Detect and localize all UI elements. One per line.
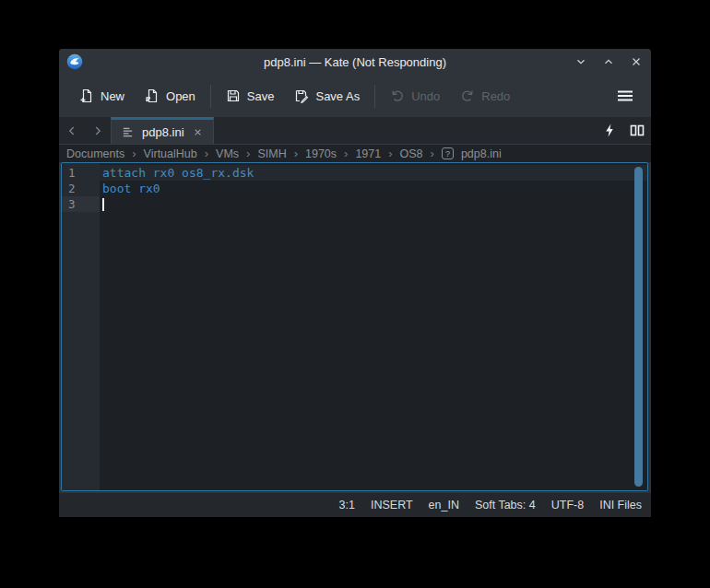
document-lines-icon	[121, 125, 135, 139]
line-number-current: 3	[62, 196, 100, 212]
breadcrumb-item-1971[interactable]: 1971	[355, 147, 381, 160]
breadcrumb-item-vms[interactable]: VMs	[216, 147, 239, 160]
minimize-icon[interactable]	[574, 54, 588, 69]
main-toolbar: New Open	[59, 75, 651, 117]
code-line-3[interactable]	[100, 196, 647, 212]
save-button-label: Save	[247, 89, 275, 103]
quick-actions-lightning-icon[interactable]	[596, 117, 623, 144]
breadcrumb-separator: ›	[246, 147, 250, 160]
status-highlight-mode[interactable]: INI Files	[599, 499, 642, 512]
tab-close-icon[interactable]	[192, 126, 204, 138]
status-tab-settings[interactable]: Soft Tabs: 4	[475, 499, 536, 512]
breadcrumb-item-file[interactable]: pdp8.ini	[461, 147, 502, 160]
tab-label: pdp8.ini	[142, 125, 184, 139]
line-number-gutter[interactable]: 1 2 3	[62, 163, 100, 490]
status-bar: 3:1 INSERT en_IN Soft Tabs: 4 UTF-8 INI …	[59, 493, 651, 517]
breadcrumb-separator: ›	[205, 147, 208, 160]
breadcrumb-separator: ›	[294, 147, 298, 160]
breadcrumb-item-documents[interactable]: Documents	[66, 147, 124, 160]
titlebar[interactable]: pdp8.ini — Kate (Not Responding)	[59, 49, 651, 75]
toolbar-separator	[374, 85, 375, 108]
save-button[interactable]: Save	[219, 83, 282, 109]
open-button-label: Open	[166, 89, 195, 103]
status-dictionary[interactable]: en_IN	[429, 499, 459, 512]
new-button[interactable]: New	[72, 83, 132, 109]
open-button[interactable]: Open	[137, 83, 203, 109]
breadcrumb-separator: ›	[344, 147, 348, 160]
breadcrumb-item-simh[interactable]: SIMH	[257, 147, 286, 160]
open-document-icon	[145, 88, 160, 103]
vertical-scrollbar[interactable]	[634, 167, 643, 487]
toolbar-separator	[210, 85, 211, 108]
breadcrumb-separator: ›	[132, 147, 136, 160]
status-encoding[interactable]: UTF-8	[551, 499, 584, 512]
status-cursor-position[interactable]: 3:1	[339, 499, 355, 512]
undo-icon	[390, 88, 405, 103]
redo-button[interactable]: Redo	[453, 83, 517, 109]
text-cursor	[102, 198, 104, 211]
close-icon[interactable]	[629, 54, 644, 69]
redo-icon	[460, 88, 475, 103]
status-input-mode[interactable]: INSERT	[371, 499, 413, 512]
new-button-label: New	[101, 89, 124, 103]
undo-button-label: Undo	[411, 89, 440, 103]
window-title: pdp8.ini — Kate (Not Responding)	[59, 55, 651, 69]
breadcrumb-separator: ›	[388, 147, 392, 160]
maximize-icon[interactable]	[601, 54, 616, 69]
kate-app-icon	[66, 53, 83, 70]
breadcrumb-item-virtualhub[interactable]: VirtualHub	[144, 147, 197, 160]
line-number: 2	[62, 181, 100, 196]
save-as-button[interactable]: Save As	[287, 83, 367, 109]
new-document-icon	[79, 88, 94, 103]
unknown-file-type-icon: ?	[442, 147, 454, 159]
code-line-2[interactable]: boot rx0	[100, 181, 647, 196]
redo-button-label: Redo	[481, 89, 510, 103]
save-as-button-label: Save As	[315, 89, 360, 103]
window-controls	[574, 54, 644, 69]
breadcrumb: Documents › VirtualHub › VMs › SIMH › 19…	[59, 145, 651, 162]
undo-button[interactable]: Undo	[383, 83, 447, 109]
line-number: 1	[62, 165, 100, 181]
code-line-1[interactable]: attach rx0 os8_rx.dsk	[100, 165, 647, 181]
save-as-icon	[294, 88, 309, 103]
tab-pdp8-ini[interactable]: pdp8.ini	[111, 117, 214, 144]
breadcrumb-item-1970s[interactable]: 1970s	[305, 147, 337, 160]
save-icon	[226, 88, 241, 103]
desktop: pdp8.ini — Kate (Not Responding)	[0, 0, 710, 588]
tab-forward-button[interactable]	[85, 117, 111, 144]
text-editor-view[interactable]: 1 2 3 attach rx0 os8_rx.dsk boot rx0	[61, 162, 648, 491]
breadcrumb-item-os8[interactable]: OS8	[400, 147, 423, 160]
code-area[interactable]: attach rx0 os8_rx.dsk boot rx0	[100, 163, 647, 490]
kate-window: pdp8.ini — Kate (Not Responding)	[59, 49, 651, 517]
split-view-icon[interactable]	[623, 117, 651, 144]
tab-bar: pdp8.ini	[59, 117, 651, 145]
hamburger-menu-icon[interactable]	[610, 85, 640, 107]
breadcrumb-separator: ›	[431, 147, 434, 160]
tab-back-button[interactable]	[59, 117, 85, 144]
